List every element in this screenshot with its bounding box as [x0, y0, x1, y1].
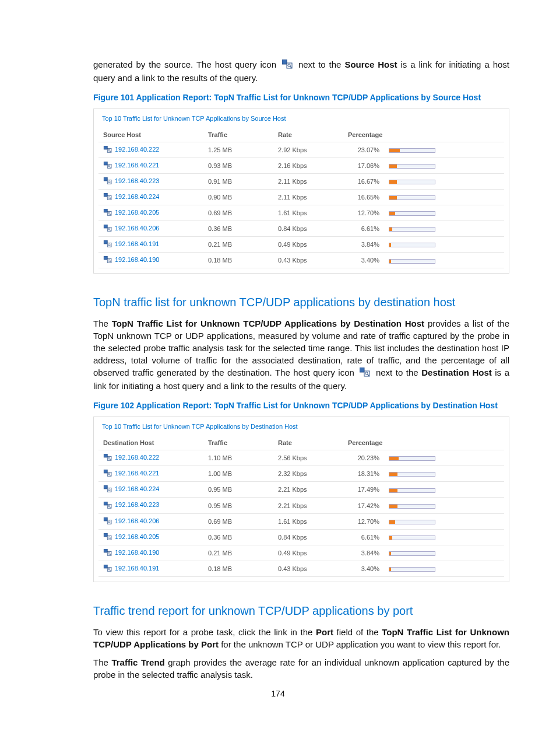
- percentage-bar-fill: [389, 552, 391, 555]
- cell-percentage: 3.40%: [343, 253, 384, 268]
- cell-percentage: 16.65%: [343, 190, 384, 205]
- svg-rect-24: [104, 225, 107, 228]
- table-row: 192.168.40.1900.21 MB0.49 Kbps3.84%: [98, 545, 504, 561]
- host-link[interactable]: 192.168.40.222: [115, 146, 159, 153]
- percentage-bar-fill: [389, 164, 397, 168]
- cell-rate: 2.11 Kbps: [273, 173, 343, 189]
- cell-percentage-bar: [384, 482, 504, 498]
- host-link[interactable]: 192.168.40.191: [115, 565, 159, 572]
- cell-rate: 2.11 Kbps: [273, 190, 343, 205]
- host-link[interactable]: 192.168.40.191: [115, 240, 159, 247]
- s2-bold2: Destination Host: [421, 368, 492, 377]
- cell-host: 192.168.40.190: [98, 253, 203, 268]
- host-query-icon[interactable]: [103, 533, 112, 541]
- percentage-bar-fill: [389, 520, 395, 524]
- host-link[interactable]: 192.168.40.221: [115, 470, 159, 477]
- svg-rect-36: [360, 368, 364, 372]
- host-query-icon[interactable]: [103, 256, 112, 264]
- cell-percentage-bar: [384, 158, 504, 173]
- host-query-icon[interactable]: [103, 502, 112, 510]
- host-query-icon[interactable]: [103, 177, 112, 186]
- s2-c: next to the: [376, 368, 421, 377]
- svg-rect-8: [104, 162, 107, 165]
- table-row: 192.168.40.2221.25 MB2.92 Kbps23.07%: [98, 142, 504, 158]
- percentage-bar-fill: [389, 457, 399, 460]
- header-traffic: Traffic: [203, 128, 273, 142]
- cell-rate: 1.61 Kbps: [273, 205, 343, 221]
- percentage-bar-fill: [389, 212, 395, 215]
- cell-traffic: 0.18 MB: [203, 561, 273, 576]
- host-query-icon[interactable]: [103, 517, 112, 526]
- host-query-icon[interactable]: [103, 549, 112, 557]
- host-link[interactable]: 192.168.40.205: [115, 533, 159, 540]
- section3-paragraph-1: To view this report for a probe task, cl…: [93, 626, 509, 650]
- cell-percentage-bar: [384, 190, 504, 205]
- host-link[interactable]: 192.168.40.221: [115, 162, 159, 169]
- cell-host: 192.168.40.206: [98, 221, 203, 237]
- percentage-bar-fill: [389, 149, 400, 152]
- cell-host: 192.168.40.223: [98, 498, 203, 513]
- table-header-row: Source Host Traffic Rate Percentage: [98, 128, 504, 142]
- host-link[interactable]: 192.168.40.206: [115, 517, 159, 524]
- cell-percentage-bar: [384, 237, 504, 253]
- host-link[interactable]: 192.168.40.190: [115, 549, 159, 556]
- percentage-bar-track: [389, 472, 435, 477]
- host-link[interactable]: 192.168.40.206: [115, 225, 159, 232]
- s3p2-bold1: Traffic Trend: [111, 657, 164, 667]
- host-link[interactable]: 192.168.40.224: [115, 193, 159, 200]
- table-row: 192.168.40.2210.93 MB2.16 Kbps17.06%: [98, 158, 504, 173]
- percentage-bar-track: [389, 567, 435, 572]
- host-query-icon[interactable]: [103, 209, 112, 217]
- cell-traffic: 0.91 MB: [203, 173, 273, 189]
- s3p2-a: The: [93, 657, 111, 667]
- host-query-icon: [282, 60, 293, 72]
- host-link[interactable]: 192.168.40.205: [115, 209, 159, 216]
- table-row: 192.168.40.1910.18 MB0.43 Kbps3.40%: [98, 561, 504, 576]
- host-query-icon[interactable]: [103, 225, 112, 233]
- cell-percentage-bar: [384, 513, 504, 529]
- percentage-bar-track: [389, 520, 435, 524]
- host-query-icon[interactable]: [103, 240, 112, 249]
- cell-percentage-bar: [384, 173, 504, 189]
- cell-percentage: 17.42%: [343, 498, 384, 513]
- cell-rate: 0.84 Kbps: [273, 221, 343, 237]
- section2-paragraph: The TopN Traffic List for Unknown TCP/UD…: [93, 317, 509, 392]
- cell-traffic: 0.90 MB: [203, 190, 273, 205]
- host-query-icon[interactable]: [103, 470, 112, 478]
- cell-traffic: 0.95 MB: [203, 498, 273, 513]
- percentage-bar-track: [389, 243, 435, 247]
- cell-host: 192.168.40.190: [98, 545, 203, 561]
- table-row: 192.168.40.1910.21 MB0.49 Kbps3.84%: [98, 237, 504, 253]
- table-row: 192.168.40.2221.10 MB2.56 Kbps20.23%: [98, 450, 504, 466]
- cell-percentage-bar: [384, 498, 504, 513]
- cell-rate: 0.43 Kbps: [273, 253, 343, 268]
- table-row: 192.168.40.2050.36 MB0.84 Kbps6.61%: [98, 529, 504, 545]
- cell-percentage: 17.49%: [343, 482, 384, 498]
- s2-bold1: TopN Traffic List for Unknown TCP/UDP Ap…: [112, 318, 424, 328]
- percentage-bar-track: [389, 148, 435, 153]
- cell-host: 192.168.40.191: [98, 561, 203, 576]
- page-number: 174: [0, 689, 556, 698]
- host-link[interactable]: 192.168.40.224: [115, 485, 159, 492]
- host-query-icon[interactable]: [103, 146, 112, 154]
- cell-percentage: 3.40%: [343, 561, 384, 576]
- cell-percentage-bar: [384, 450, 504, 466]
- section-heading-port: Traffic trend report for unknown TCP/UDP…: [93, 604, 509, 618]
- host-query-icon[interactable]: [103, 193, 112, 201]
- host-query-icon[interactable]: [103, 454, 112, 462]
- cell-rate: 0.49 Kbps: [273, 545, 343, 561]
- table-row: 192.168.40.2230.91 MB2.11 Kbps16.67%: [98, 173, 504, 189]
- host-query-icon[interactable]: [103, 565, 112, 573]
- host-link[interactable]: 192.168.40.222: [115, 454, 159, 461]
- cell-traffic: 0.69 MB: [203, 205, 273, 221]
- host-link[interactable]: 192.168.40.223: [115, 501, 159, 508]
- cell-percentage-bar: [384, 545, 504, 561]
- host-link[interactable]: 192.168.40.223: [115, 177, 159, 184]
- host-query-icon[interactable]: [103, 162, 112, 170]
- cell-rate: 0.84 Kbps: [273, 529, 343, 545]
- table-header-row: Destination Host Traffic Rate Percentage: [98, 436, 504, 450]
- host-query-icon[interactable]: [103, 485, 112, 494]
- cell-host: 192.168.40.205: [98, 529, 203, 545]
- s3p1-b: field of the: [333, 627, 382, 637]
- host-link[interactable]: 192.168.40.190: [115, 256, 159, 263]
